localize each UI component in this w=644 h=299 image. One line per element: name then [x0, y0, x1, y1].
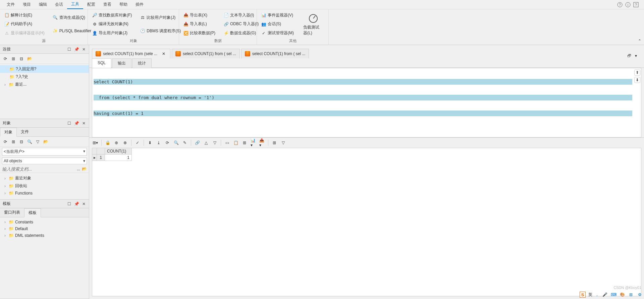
- filter-result-icon[interactable]: ▽: [280, 140, 286, 145]
- chevron-right-icon[interactable]: ›: [3, 184, 7, 188]
- template-tree-item[interactable]: ›📁Default: [0, 225, 89, 232]
- delete-row-icon[interactable]: ⊗: [122, 140, 128, 145]
- table-row[interactable]: ▸ 1 1: [92, 155, 641, 161]
- fetch-all-icon[interactable]: ⤓: [156, 140, 161, 145]
- connection-tree-item[interactable]: ›📁最近...: [0, 81, 89, 88]
- menu-session[interactable]: 会话: [51, 0, 67, 9]
- single-record-icon[interactable]: ▭: [224, 140, 230, 145]
- add-row-icon[interactable]: ⊕: [114, 140, 119, 145]
- close-tab-icon[interactable]: ✕: [161, 51, 167, 56]
- data-cell[interactable]: 1: [105, 155, 132, 161]
- refresh-result-icon[interactable]: ⟳: [165, 140, 170, 145]
- chevron-right-icon[interactable]: ›: [3, 82, 7, 87]
- panel-close-icon[interactable]: ✕: [82, 47, 86, 52]
- refresh-icon[interactable]: ⟳: [3, 139, 8, 144]
- chevron-right-icon[interactable]: ›: [3, 176, 7, 181]
- settings-gear-icon[interactable]: ⚙: [637, 292, 643, 298]
- find-icon[interactable]: 🔍: [27, 139, 32, 144]
- menu-file[interactable]: 文件: [3, 0, 19, 9]
- template-tree-item[interactable]: ›📁DML statements: [0, 232, 89, 239]
- scroll-up-icon[interactable]: ⬆: [634, 70, 640, 76]
- cascade-windows-icon[interactable]: 🗗: [627, 53, 632, 58]
- connection-tree-item[interactable]: 📁?入?史: [0, 73, 89, 81]
- object-tree-item[interactable]: ›📁回收站: [0, 182, 89, 190]
- beautifier-button[interactable]: ✨PL/SQL Beautifier: [51, 28, 93, 34]
- menu-plugin[interactable]: 插件: [131, 0, 148, 9]
- odbc-importer-button[interactable]: 🔗ODBC 导入器(I): [222, 20, 260, 28]
- menu-project[interactable]: 项目: [19, 0, 35, 9]
- object-type-combo[interactable]: All objects: [2, 158, 87, 164]
- window-list-tab[interactable]: 窗口列表: [0, 208, 24, 217]
- new-folder-icon[interactable]: 📂: [82, 166, 87, 172]
- data-generator-button[interactable]: ⚡数据生成器(G): [222, 30, 260, 37]
- info-circle-icon[interactable]: i: [625, 2, 631, 7]
- commit-icon[interactable]: ✓: [135, 140, 140, 145]
- connection-tree-item[interactable]: 📁?入固定用?: [0, 65, 89, 73]
- panel-pin-icon[interactable]: 📌: [74, 121, 79, 126]
- chevron-right-icon[interactable]: ›: [3, 233, 7, 238]
- objects-tab[interactable]: 对象: [0, 128, 17, 137]
- query-builder-button[interactable]: 🔍查询生成器(Q): [51, 14, 93, 21]
- linked-query-icon[interactable]: 🔗: [195, 140, 200, 145]
- panel-close-icon[interactable]: ✕: [82, 202, 86, 206]
- menu-edit[interactable]: 编辑: [35, 0, 51, 9]
- apps-icon[interactable]: ⊞: [628, 292, 634, 298]
- column-header[interactable]: COUNT(1): [105, 148, 132, 155]
- table-view-icon[interactable]: ⊞: [272, 140, 277, 145]
- object-tree-item[interactable]: ›📁最近对象: [0, 174, 89, 182]
- ime-lang-indicator[interactable]: 英: [588, 292, 592, 298]
- menu-tools[interactable]: 工具: [67, 0, 83, 9]
- refresh-icon[interactable]: ⟳: [3, 56, 8, 61]
- fetch-next-icon[interactable]: ⬇: [147, 140, 153, 145]
- files-tab[interactable]: 文件: [17, 128, 33, 136]
- panel-maximize-icon[interactable]: ☐: [67, 121, 71, 126]
- navigate-icon[interactable]: ⊞▾: [93, 140, 98, 145]
- help-circle-icon[interactable]: ?: [617, 2, 623, 7]
- user-combo[interactable]: <当前用户>: [2, 148, 87, 156]
- panel-maximize-icon[interactable]: ☐: [67, 202, 71, 206]
- export-result-icon[interactable]: 📤▾: [259, 140, 265, 145]
- dropdown-icon[interactable]: ▾: [633, 53, 639, 58]
- sogou-ime-icon[interactable]: S: [580, 292, 586, 298]
- sessions-button[interactable]: 👥会话(S): [260, 20, 295, 28]
- ime-punct-indicator[interactable]: ，: [595, 292, 599, 298]
- chart-icon[interactable]: 📊▾: [251, 140, 256, 145]
- text-importer-button[interactable]: 📄文本导入器(I): [222, 12, 260, 19]
- find-result-icon[interactable]: 🔍: [173, 140, 179, 145]
- panel-pin-icon[interactable]: 📌: [74, 202, 79, 206]
- edit-icon[interactable]: ✎: [182, 140, 187, 145]
- chevron-right-icon[interactable]: ›: [3, 191, 7, 196]
- folder-open-icon[interactable]: 📂: [43, 139, 48, 144]
- collapse-all-icon[interactable]: ⊟: [19, 56, 24, 61]
- menu-config[interactable]: 配置: [83, 0, 99, 9]
- compare-user-objects-button[interactable]: ⚖比较用户对象(J): [139, 14, 182, 21]
- panel-close-icon[interactable]: ✕: [82, 121, 86, 126]
- sql-editor[interactable]: select COUNT(1) from (select * from dual…: [92, 68, 634, 137]
- collapse-all-icon[interactable]: ⊟: [19, 139, 24, 144]
- output-tab[interactable]: 输出: [112, 58, 131, 68]
- menu-view[interactable]: 查看: [99, 0, 115, 9]
- explain-plan-button[interactable]: 📋解释计划(E): [3, 12, 46, 19]
- copy-icon[interactable]: 📋: [233, 140, 238, 145]
- ribbon-collapse-button[interactable]: ⌃: [638, 39, 641, 43]
- sort-asc-icon[interactable]: △: [203, 140, 209, 145]
- dbms-scheduler-button[interactable]: 🕐DBMS 调度程序(S): [139, 28, 182, 35]
- folder-open-icon[interactable]: 📂: [27, 56, 32, 61]
- sql-tab[interactable]: SQL: [92, 58, 111, 68]
- document-tab[interactable]: select COUNT(1) from (sele ... ✕: [92, 49, 170, 58]
- template-tree-item[interactable]: ›📁Constants: [0, 219, 89, 225]
- filter-icon[interactable]: ▽: [35, 139, 40, 144]
- result-grid[interactable]: COUNT(1) ▸ 1 1: [92, 148, 641, 296]
- menu-help[interactable]: 帮助: [115, 0, 131, 9]
- expand-all-icon[interactable]: ⊞: [11, 139, 16, 144]
- keyboard-icon[interactable]: ⌨: [610, 292, 616, 298]
- palette-icon[interactable]: 🎨: [619, 292, 625, 298]
- expand-all-icon[interactable]: ⊞: [11, 56, 16, 61]
- object-search-input[interactable]: [2, 167, 75, 172]
- stats-tab[interactable]: 统计: [132, 58, 152, 68]
- sort-desc-icon[interactable]: ▽: [212, 140, 217, 145]
- object-tree-item[interactable]: ›📁Functions: [0, 190, 89, 197]
- document-tab[interactable]: select COUNT(1) from ( sel ...: [241, 49, 309, 58]
- export-table-button[interactable]: 📤导出表(X): [182, 12, 217, 19]
- export-user-objects-button[interactable]: 👤导出用户对象(J): [91, 30, 133, 37]
